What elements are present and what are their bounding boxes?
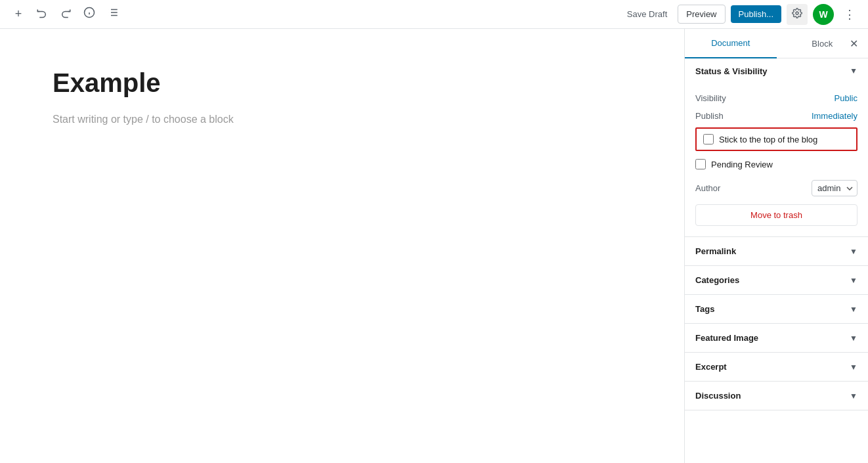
visibility-row: Visibility Public (695, 89, 857, 107)
close-sidebar-button[interactable]: ✕ (844, 34, 863, 53)
list-view-button[interactable] (102, 4, 123, 25)
tags-header[interactable]: Tags ▼ (685, 295, 868, 323)
permalink-label: Permalink (695, 246, 736, 256)
wp-icon-button[interactable]: W (813, 4, 834, 25)
chevron-up-icon: ▲ (850, 67, 857, 76)
author-label: Author (695, 183, 720, 193)
discussion-label: Discussion (695, 391, 741, 401)
sidebar: Document Block ✕ Status & Visibility ▲ V… (684, 29, 868, 463)
excerpt-panel: Excerpt ▼ (685, 353, 868, 382)
gear-icon (792, 8, 802, 21)
author-row: Author admin (695, 176, 857, 204)
sticky-label[interactable]: Stick to the top of the blog (719, 135, 817, 144)
tags-panel: Tags ▼ (685, 295, 868, 324)
save-draft-button[interactable]: Save Draft (622, 5, 672, 23)
author-select[interactable]: admin (812, 180, 857, 196)
chevron-down-icon: ▼ (850, 391, 857, 401)
close-icon: ✕ (850, 37, 858, 50)
visibility-label: Visibility (695, 93, 726, 103)
featured-image-header[interactable]: Featured Image ▼ (685, 324, 868, 352)
add-block-button[interactable]: + (8, 4, 29, 25)
main-area: Example Start writing or type / to choos… (0, 29, 868, 463)
wp-icon: W (819, 9, 827, 20)
publish-row: Publish Immediately (695, 107, 857, 125)
status-visibility-panel: Status & Visibility ▲ Visibility Public … (685, 58, 868, 237)
post-title[interactable]: Example (53, 68, 632, 98)
tab-document[interactable]: Document (685, 29, 777, 58)
discussion-header[interactable]: Discussion ▼ (685, 382, 868, 410)
publish-label: Publish (695, 111, 724, 121)
chevron-down-icon: ▼ (850, 334, 857, 343)
pending-row: Pending Review (695, 156, 857, 176)
chevron-down-icon: ▼ (850, 276, 857, 285)
list-icon (107, 7, 119, 22)
visibility-value[interactable]: Public (835, 93, 857, 103)
post-placeholder[interactable]: Start writing or type / to choose a bloc… (53, 114, 632, 125)
permalink-header[interactable]: Permalink ▼ (685, 237, 868, 265)
editor-area[interactable]: Example Start writing or type / to choos… (0, 29, 684, 463)
sticky-wrapper: Stick to the top of the blog (695, 127, 857, 151)
sticky-checkbox[interactable] (703, 134, 714, 144)
chevron-down-icon: ▼ (850, 305, 857, 314)
status-visibility-body: Visibility Public Publish Immediately St… (685, 84, 868, 236)
publish-button[interactable]: Publish... (731, 5, 781, 23)
move-to-trash-button[interactable]: Move to trash (695, 204, 857, 226)
publish-value[interactable]: Immediately (812, 111, 857, 121)
tags-label: Tags (695, 304, 714, 314)
undo-icon (36, 7, 48, 22)
excerpt-label: Excerpt (695, 362, 727, 372)
more-options-button[interactable]: ⋮ (839, 4, 860, 25)
info-button[interactable] (79, 4, 100, 25)
sidebar-tabs: Document Block ✕ (685, 29, 868, 58)
settings-button[interactable] (787, 4, 808, 25)
excerpt-header[interactable]: Excerpt ▼ (685, 353, 868, 381)
featured-image-label: Featured Image (695, 333, 758, 343)
toolbar: + Save Draft Preview Publish... (0, 0, 868, 29)
pending-checkbox[interactable] (695, 159, 706, 169)
featured-image-panel: Featured Image ▼ (685, 324, 868, 353)
undo-button[interactable] (32, 4, 53, 25)
chevron-down-icon: ▼ (850, 247, 857, 256)
categories-label: Categories (695, 275, 739, 285)
svg-point-9 (796, 12, 798, 14)
redo-icon (60, 7, 72, 22)
redo-button[interactable] (55, 4, 76, 25)
discussion-panel: Discussion ▼ (685, 382, 868, 410)
toolbar-left: + (8, 4, 617, 25)
chevron-down-icon: ▼ (850, 363, 857, 372)
toolbar-right: Save Draft Preview Publish... W ⋮ (622, 4, 860, 25)
more-icon: ⋮ (844, 7, 856, 22)
pending-label[interactable]: Pending Review (711, 160, 773, 169)
add-icon: + (15, 7, 22, 21)
categories-header[interactable]: Categories ▼ (685, 266, 868, 294)
status-visibility-header[interactable]: Status & Visibility ▲ (685, 58, 868, 84)
info-icon (83, 7, 95, 22)
preview-button[interactable]: Preview (678, 5, 725, 24)
status-visibility-label: Status & Visibility (695, 66, 768, 76)
permalink-panel: Permalink ▼ (685, 237, 868, 266)
categories-panel: Categories ▼ (685, 266, 868, 295)
